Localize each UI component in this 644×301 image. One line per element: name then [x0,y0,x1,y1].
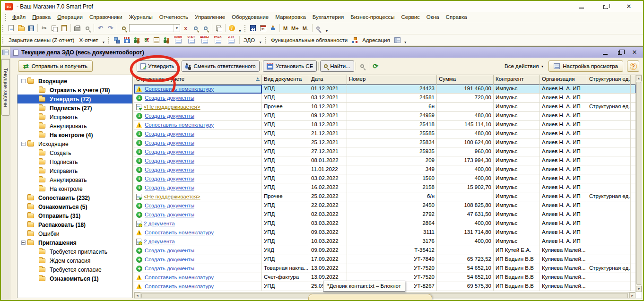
table-row[interactable]: 2 документаУПД10.03.20223176400,00Импуль… [134,237,635,246]
tree-item[interactable]: На контроле [17,184,132,193]
date-cell[interactable]: 09.09.2022 [309,246,347,255]
row-marker-cell[interactable] [631,237,635,246]
date-cell[interactable]: 03.12.2021 [309,94,347,103]
tree-item[interactable]: Исходящие [17,139,132,148]
print-preview-icon[interactable] [82,24,92,33]
current-tasks-tab[interactable]: Текущие задачи [1,59,10,116]
reflection-cell[interactable]: +Создать документы [134,138,262,147]
toolbar-grip[interactable] [5,14,7,21]
column-header[interactable]: Организация [540,75,587,85]
mdi-close-button[interactable]: ✕ [631,49,638,56]
reflection-cell[interactable]: +Создать документы [134,201,262,210]
date-cell[interactable]: 18.12.2021 [309,120,347,129]
row-marker-cell[interactable] [631,129,635,138]
number-cell[interactable]: УТ-7849 [347,255,437,264]
contractor-cell[interactable]: Импульс [494,183,540,192]
action-link[interactable]: Сопоставить номенклатуру [145,275,214,280]
organization-cell[interactable]: Алиев Н. А. ИП [540,174,587,183]
unit-cell[interactable] [587,219,631,228]
undo-icon[interactable]: ↶ [96,24,105,33]
table-row[interactable]: +Создать документыУПД17.09.2022УТ-784965… [134,255,635,264]
number-cell[interactable]: 2864 [347,219,437,228]
reflection-cell[interactable]: +Создать документы [134,94,262,103]
reflection-cell[interactable]: Сопоставить номенклатуру [134,120,262,129]
table-row[interactable]: <Не поддерживается>Прочее25.02.2022б/нИм… [134,192,635,201]
restore-button[interactable] [601,3,609,10]
date-cell[interactable]: 13.09.2022 [309,264,347,273]
tree-item[interactable]: Создать [17,148,132,157]
doc-type-cell[interactable]: УПД [262,147,309,156]
date-cell[interactable]: 22.02.2022 [309,201,347,210]
contractor-cell[interactable]: ИП Бадьин В.В [494,282,540,291]
doc-type-cell[interactable]: УПД [262,237,309,246]
reflection-cell[interactable]: +Создать документы [134,156,262,165]
reflection-cell[interactable]: <Не поддерживается> [134,103,262,112]
row-marker-cell[interactable] [631,246,635,255]
action-link[interactable]: Создать документы [145,149,194,155]
contractor-cell[interactable]: Импульс [494,147,540,156]
number-cell[interactable]: 209 [347,156,437,165]
number-cell[interactable]: 24959 [347,112,437,120]
toolbar-grip[interactable] [2,36,4,43]
date-cell[interactable]: 11.01.2022 [309,165,347,174]
organization-cell[interactable]: Алиев Н. А. ИП [540,147,587,156]
info-icon[interactable]: i [227,24,237,33]
date-cell[interactable]: 25.02.2022 [309,192,347,201]
contractor-cell[interactable]: Импульс [494,174,540,183]
number-cell[interactable]: 24581 [347,94,437,103]
doc-type-cell[interactable]: УПД [262,282,309,291]
organization-cell[interactable]: Кулиева Малей... [540,273,587,282]
number-cell[interactable]: 24423 [347,85,437,94]
number-cell[interactable]: 25935 [347,147,437,156]
table-row[interactable]: +Создать документыУПД22.02.20222450108 8… [134,201,635,210]
action-link[interactable]: <Не поддерживается> [144,104,200,110]
unit-cell[interactable]: Структурная ед... [587,103,631,112]
quick-doc-button[interactable]: НАКЛ [172,35,184,45]
unit-cell[interactable] [587,94,631,103]
tree-item[interactable]: Отправить (31) [17,211,132,220]
menu-item[interactable]: Журналы [126,13,156,21]
find-button[interactable]: Найти... [320,60,354,72]
organization-cell[interactable]: Алиев Н. А. ИП [540,156,587,165]
menu-item[interactable]: Справочники [86,13,126,21]
menu-item[interactable]: Справка [443,13,470,21]
reflection-cell[interactable]: +Создать документы [134,165,262,174]
action-link[interactable]: Создать документы [145,257,194,262]
action-link[interactable]: Создать документы [145,113,194,119]
unit-cell[interactable] [587,112,631,120]
doc-type-cell[interactable]: УПД [262,210,309,219]
doc-type-cell[interactable]: УПД [262,201,309,210]
close-shift-button[interactable]: Закрытие смены (Z-отчет) [6,37,77,43]
open-icon[interactable] [16,24,26,33]
doc-type-cell[interactable]: УПД [262,174,309,183]
tree-item[interactable]: Исправить [17,166,132,175]
tree-item[interactable]: Требуется согласие [17,265,132,274]
table-row[interactable]: +Создать документыУПД27.12.202125935960,… [134,147,635,156]
action-link[interactable]: Сопоставить номенклатуру [145,122,214,128]
unit-cell[interactable] [587,165,631,174]
calculator-icon[interactable] [248,24,258,33]
doc-type-cell[interactable]: Прочее [262,192,309,201]
table-row[interactable]: Сопоставить номенклатуруУПД01.12.2021244… [134,85,635,94]
close-button[interactable]: ✕ [625,3,633,10]
quick-doc-button[interactable]: ЦЕНЫ [199,35,211,45]
doc-type-cell[interactable]: Товарная накла... [262,264,309,273]
unit-cell[interactable] [587,273,631,282]
toolbar-grip[interactable] [108,36,110,43]
find-prev-icon[interactable] [200,24,210,33]
contractor-cell[interactable]: Импульс [494,103,540,112]
menu-item[interactable]: Бухгалтерия [309,13,347,21]
scroll-up-icon[interactable]: ▲ [636,75,642,81]
sum-cell[interactable]: 400,00 [437,174,494,183]
column-header[interactable]: Номер [347,75,437,85]
table-row[interactable]: +Создать документыУПД09.12.202124959480,… [134,112,635,120]
date-cell[interactable]: 03.02.2022 [309,174,347,183]
menu-item[interactable]: Сервис [398,13,423,21]
date-cell[interactable]: 03.03.2022 [309,219,347,228]
reflection-cell[interactable]: Сопоставить номенклатуру [134,85,262,94]
sum-cell[interactable]: 15 902,70 [437,183,494,192]
contractor-cell[interactable]: Импульс [494,219,540,228]
addressing-dropdown-icon[interactable]: ▼ [402,41,409,44]
contractors-icon[interactable] [132,35,142,45]
sum-cell[interactable]: 480,00 [437,129,494,138]
